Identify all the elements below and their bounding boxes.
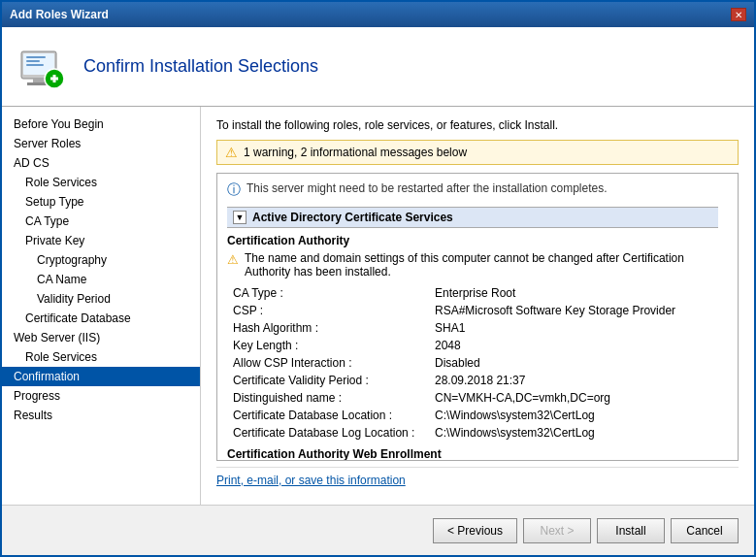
cert-web-enrollment-title: Certification Authority Web Enrollment bbox=[227, 447, 718, 460]
cert-warn-text: The name and domain settings of this com… bbox=[245, 251, 718, 278]
main-content: Before You BeginServer RolesAD CSRole Se… bbox=[2, 107, 754, 505]
prop-label: Certificate Validity Period : bbox=[229, 374, 433, 389]
restart-text: This server might need to be restarted a… bbox=[247, 181, 608, 195]
table-row: Certificate Database Log Location :C:\Wi… bbox=[229, 426, 716, 442]
table-row: Certificate Database Location :C:\Window… bbox=[229, 409, 716, 424]
link-area: Print, e-mail, or save this information bbox=[216, 467, 739, 493]
prop-value: 2048 bbox=[435, 339, 716, 354]
svg-rect-7 bbox=[26, 56, 46, 58]
page-title: Confirm Installation Selections bbox=[83, 56, 318, 77]
warning-icon: ⚠ bbox=[225, 145, 238, 160]
svg-rect-8 bbox=[26, 60, 40, 62]
cert-authority-title: Certification Authority bbox=[227, 234, 718, 247]
footer: < Previous Next > Install Cancel bbox=[2, 505, 754, 555]
prop-value: CN=VMKH-CA,DC=vmkh,DC=org bbox=[435, 391, 716, 407]
cert-warn-icon: ⚠ bbox=[227, 252, 239, 267]
svg-rect-6 bbox=[53, 75, 56, 82]
previous-button[interactable]: < Previous bbox=[433, 518, 517, 543]
prop-value: C:\Windows\system32\CertLog bbox=[435, 426, 716, 442]
sidebar-item-role-services-iis[interactable]: Role Services bbox=[2, 347, 200, 367]
prop-label: Allow CSP Interaction : bbox=[229, 356, 433, 372]
table-row: Hash Algorithm :SHA1 bbox=[229, 321, 716, 337]
prop-label: Certificate Database Log Location : bbox=[229, 426, 433, 442]
install-button[interactable]: Install bbox=[597, 518, 665, 543]
prop-label: Hash Algorithm : bbox=[229, 321, 433, 337]
wizard-icon bbox=[17, 42, 68, 92]
section-adcs-toggle[interactable]: ▼ bbox=[233, 211, 247, 224]
sidebar-item-ca-name[interactable]: CA Name bbox=[2, 270, 200, 289]
header-panel: Confirm Installation Selections bbox=[2, 27, 754, 107]
warning-bar: ⚠ 1 warning, 2 informational messages be… bbox=[216, 140, 739, 165]
scroll-container: ⓘ This server might need to be restarted… bbox=[216, 173, 739, 461]
print-link[interactable]: Print, e-mail, or save this information bbox=[216, 474, 406, 487]
sidebar-item-private-key[interactable]: Private Key bbox=[2, 231, 200, 250]
close-button[interactable]: ✕ bbox=[731, 8, 746, 21]
prop-value: Disabled bbox=[435, 356, 716, 372]
title-bar: Add Roles Wizard ✕ bbox=[2, 2, 754, 27]
table-row: CA Type :Enterprise Root bbox=[229, 286, 716, 302]
cert-warning-row: ⚠ The name and domain settings of this c… bbox=[227, 251, 718, 278]
section-adcs-header: ▼ Active Directory Certificate Services bbox=[227, 207, 718, 228]
sidebar: Before You BeginServer RolesAD CSRole Se… bbox=[2, 107, 201, 505]
sidebar-item-results[interactable]: Results bbox=[2, 406, 200, 425]
prop-value: RSA#Microsoft Software Key Storage Provi… bbox=[435, 304, 716, 319]
prop-label: Certificate Database Location : bbox=[229, 409, 433, 424]
prop-value: Enterprise Root bbox=[435, 286, 716, 302]
window-title: Add Roles Wizard bbox=[10, 8, 109, 21]
sidebar-item-ca-type[interactable]: CA Type bbox=[2, 212, 200, 231]
prop-value: 28.09.2018 21:37 bbox=[435, 374, 716, 389]
sidebar-item-server-roles[interactable]: Server Roles bbox=[2, 134, 200, 153]
sidebar-item-ad-cs[interactable]: AD CS bbox=[2, 153, 200, 173]
warning-bar-text: 1 warning, 2 informational messages belo… bbox=[244, 146, 467, 159]
svg-rect-9 bbox=[26, 64, 44, 66]
prop-label: CSP : bbox=[229, 304, 433, 319]
cancel-button[interactable]: Cancel bbox=[671, 518, 739, 543]
sidebar-item-validity-period[interactable]: Validity Period bbox=[2, 289, 200, 309]
sidebar-item-web-server-iis[interactable]: Web Server (IIS) bbox=[2, 328, 200, 347]
sidebar-item-certificate-database[interactable]: Certificate Database bbox=[2, 309, 200, 328]
prop-value: C:\Windows\system32\CertLog bbox=[435, 409, 716, 424]
sidebar-item-role-services[interactable]: Role Services bbox=[2, 173, 200, 192]
scroll-inner[interactable]: ⓘ This server might need to be restarted… bbox=[217, 174, 738, 460]
table-row: CSP :RSA#Microsoft Software Key Storage … bbox=[229, 304, 716, 319]
table-row: Distinguished name :CN=VMKH-CA,DC=vmkh,D… bbox=[229, 391, 716, 407]
section-adcs-title: Active Directory Certificate Services bbox=[252, 211, 453, 224]
table-row: Allow CSP Interaction :Disabled bbox=[229, 356, 716, 372]
prop-value: SHA1 bbox=[435, 321, 716, 337]
window: Add Roles Wizard ✕ Confirm Install bbox=[0, 0, 756, 557]
table-row: Certificate Validity Period :28.09.2018 … bbox=[229, 374, 716, 389]
content-area: To install the following roles, role ser… bbox=[201, 107, 754, 505]
table-row: Key Length :2048 bbox=[229, 339, 716, 354]
sidebar-item-before-you-begin[interactable]: Before You Begin bbox=[2, 115, 200, 134]
intro-text: To install the following roles, role ser… bbox=[216, 118, 739, 132]
sidebar-item-setup-type[interactable]: Setup Type bbox=[2, 192, 200, 212]
sidebar-item-cryptography[interactable]: Cryptography bbox=[2, 250, 200, 270]
prop-label: CA Type : bbox=[229, 286, 433, 302]
sidebar-item-confirmation[interactable]: Confirmation bbox=[2, 367, 200, 386]
next-button[interactable]: Next > bbox=[523, 518, 591, 543]
restart-message: ⓘ This server might need to be restarted… bbox=[227, 181, 718, 199]
info-icon: ⓘ bbox=[227, 181, 241, 199]
properties-table: CA Type :Enterprise RootCSP :RSA#Microso… bbox=[227, 284, 718, 443]
sidebar-item-progress[interactable]: Progress bbox=[2, 386, 200, 406]
prop-label: Distinguished name : bbox=[229, 391, 433, 407]
prop-label: Key Length : bbox=[229, 339, 433, 354]
